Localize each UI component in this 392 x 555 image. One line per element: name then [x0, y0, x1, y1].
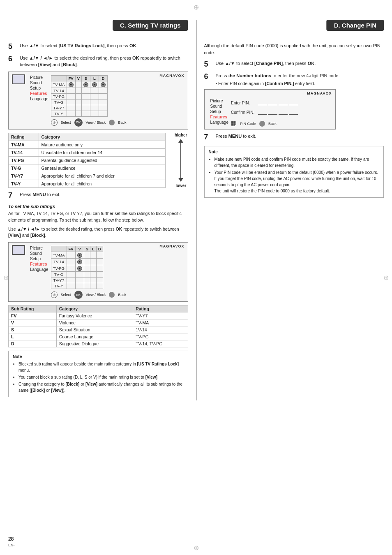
table-row: TV-G General audience [9, 164, 166, 172]
arrow-line [180, 143, 181, 178]
pin-code-label: PIN Code [240, 122, 256, 126]
table-row: TV-Y [51, 111, 108, 116]
cat-fv: Fantasy Violence [56, 312, 133, 319]
back-circle-pin [259, 121, 265, 127]
svg-rect-0 [231, 121, 233, 123]
row-tvma-d: ● [99, 81, 108, 88]
sidebar-picture-1: Picture [30, 75, 48, 80]
confirm-pin-dashes [258, 111, 298, 115]
circle-filled-icon: ● [101, 82, 106, 87]
sub-d: D [9, 340, 57, 347]
table-row: TV-14 [51, 88, 108, 93]
grid-header-s: S [82, 75, 90, 81]
sidebar-sound-2: Sound [30, 251, 48, 256]
note-list-right: Make sure new PIN code and confirm PIN c… [209, 156, 380, 194]
rating-fv: TV-Y7 [133, 312, 188, 319]
step-5-right-text: Use ▲/▼ to select [Change PIN], then pre… [216, 60, 316, 67]
row-tvy7-label: TV-Y7 [51, 105, 67, 111]
sidebar-language-pin: Language [210, 120, 229, 125]
circle-icon: ● [77, 259, 82, 264]
cat-s: Sexual Situation [56, 326, 133, 333]
left-column: C. Setting TV ratings 5 Use ▲/▼ to selec… [8, 20, 188, 400]
grid-header-v: V [75, 75, 81, 81]
table-row: S Sexual Situation 1V-14 [9, 326, 188, 333]
back-label-pin: Back [268, 122, 277, 126]
cat-l: Coarse Language [56, 333, 133, 340]
category-header: Category [39, 133, 165, 141]
change-pin-intro: Although the default PIN code (0000) is … [204, 42, 384, 56]
category-tvg: General audience [39, 164, 165, 172]
row-tvma-fv: ● [67, 81, 75, 88]
svg-rect-3 [231, 123, 233, 125]
circle-filled-icon: ● [92, 82, 97, 87]
rating-v: TV-MA [133, 319, 188, 326]
tv-sidebar-pin: Picture Sound Setup Features Language [210, 99, 229, 125]
rating-tv14: TV-14 [9, 148, 39, 156]
tv-bottom-bar-2: ◎ Select OK View / Block Back [51, 291, 184, 299]
pin-dash-5 [258, 111, 267, 115]
svg-rect-6 [231, 125, 233, 126]
step-7-right-num: 7 [204, 133, 213, 142]
list-item: Blocked sub rating will appear beside th… [18, 361, 184, 373]
arrow-down-icon [178, 178, 183, 182]
rating-l: TV-PG [133, 333, 188, 340]
tv-mockup-2: MAGNAVOX Picture Sound Setup Features La… [8, 242, 188, 302]
right-column: D. Change PIN Although the default PIN c… [196, 20, 384, 400]
sidebar-setup-2: Setup [30, 257, 48, 261]
select-icon-1: ◎ [51, 119, 58, 126]
ok-btn-1[interactable]: OK [74, 118, 83, 127]
view-block-label-1: View / Block [86, 120, 106, 125]
sub-ratings-title: To set the sub ratings [8, 204, 188, 209]
sidebar-sound-pin: Sound [210, 104, 229, 109]
sub-v: V [9, 319, 57, 326]
tv-bottom-bar-pin: PIN Code Back [231, 121, 332, 127]
table-row: FV Fantasy Violence TV-Y7 [9, 312, 188, 319]
sidebar-language-1: Language [30, 97, 48, 101]
page-number: 28 EN- [8, 536, 15, 548]
row-tvg-label: TV-G [51, 99, 67, 105]
svg-rect-4 [233, 123, 235, 125]
rating-tvg: TV-G [9, 164, 39, 172]
rating-s: 1V-14 [133, 326, 188, 333]
row-tv14-label: TV-14 [51, 88, 67, 93]
table-row: TV-14 ● [51, 259, 103, 265]
section-c-title: C. Setting TV ratings [113, 20, 188, 31]
sub-ratings-intro: As for TV-MA, TV-14, TV-PG, or TV-Y7, yo… [8, 210, 188, 224]
arrow-up-icon [178, 139, 183, 143]
table-row: TV-PG [51, 93, 108, 99]
enter-pin-dashes [258, 101, 298, 105]
rating-header-sub: Rating [133, 305, 188, 312]
category-tvpg: Parental guidance suggested [39, 156, 165, 164]
rating-table-wrapper: Rating Category TV-MA Mature audience on… [8, 133, 188, 188]
note-box-left: Note Blocked sub rating will appear besi… [8, 351, 188, 397]
enter-pin-label: Enter PIN. [231, 101, 256, 105]
rating-header: Rating [9, 133, 39, 141]
note-title-left: Note [13, 354, 184, 360]
lower-label: lower [175, 183, 186, 188]
svg-rect-2 [235, 121, 236, 123]
rating-table: Rating Category TV-MA Mature audience on… [8, 133, 166, 188]
step-7-left-num: 7 [8, 191, 17, 200]
row-tvma-label: TV-MA [51, 81, 67, 88]
cat-header: Category [56, 305, 133, 312]
note-list-left: Blocked sub rating will appear beside th… [13, 361, 184, 393]
row-tvy-label: TV-Y [51, 111, 67, 116]
table-row: TV-MA ● ● ● ● [51, 81, 108, 88]
pin-dash-1 [258, 101, 267, 105]
tv-sidebar-1: Picture Sound Setup Features Language [30, 75, 48, 102]
back-circle-1 [109, 120, 115, 125]
ok-btn-2[interactable]: OK [74, 291, 83, 299]
circle-filled-icon: ● [69, 82, 74, 87]
tv-grid-1: FV V S L D TV-MA ● [51, 75, 108, 117]
row-tvma-l: ● [90, 81, 99, 88]
step-7-left: 7 Press MENU to exit. [8, 191, 188, 200]
confirm-pin-label: Confirm PIN. [231, 110, 256, 115]
list-item: Changing the category to [Block] or [Vie… [18, 381, 184, 393]
sub-s: S [9, 326, 57, 333]
rating-tvpg: TV-PG [9, 156, 39, 164]
sidebar-setup-1: Setup [30, 86, 48, 90]
back-label-2: Back [118, 293, 126, 297]
tv-screen-2 [12, 245, 25, 255]
step-5-left-text: Use ▲/▼ to select [US TV Ratings Lock], … [20, 42, 138, 49]
sidebar-features-2: Features [30, 262, 48, 266]
